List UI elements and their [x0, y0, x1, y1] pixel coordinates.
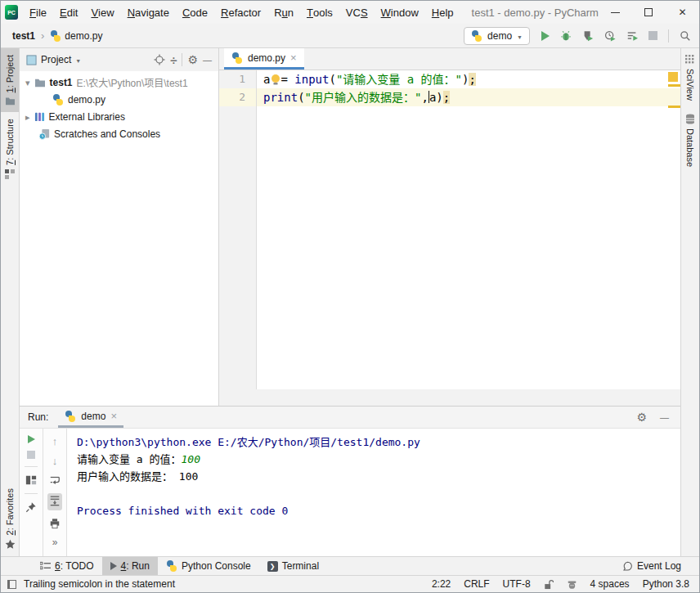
menu-code[interactable]: Code	[176, 1, 214, 24]
breadcrumb-chevron-icon	[35, 29, 50, 42]
close-button[interactable]	[666, 1, 699, 24]
sciview-icon	[685, 55, 695, 65]
warning-stripe-mark[interactable]	[668, 106, 680, 108]
chevron-down-icon	[517, 30, 523, 42]
console-exit-line: Process finished with exit code 0	[77, 502, 680, 519]
project-view-selector[interactable]: Project	[26, 54, 81, 65]
toolbar-separator	[668, 29, 669, 43]
run-settings-button[interactable]	[636, 411, 647, 424]
encoding-widget[interactable]: UTF-8	[503, 578, 531, 590]
menu-vcs[interactable]: VCS	[339, 1, 375, 24]
soft-wrap-button[interactable]	[49, 474, 61, 486]
folder-icon	[34, 78, 46, 88]
editor-bottom-filler	[219, 389, 680, 406]
editor-area: demo.py 1 2 a= input("请输入变量 a 的值："); pri…	[219, 48, 680, 406]
run-panel-title: Run:	[28, 411, 48, 423]
print-button[interactable]	[49, 518, 61, 529]
toolwindow-toggle-icon[interactable]	[7, 580, 16, 589]
menu-view[interactable]: View	[84, 1, 120, 24]
python-file-icon	[50, 30, 61, 42]
toolwindow-todo-button[interactable]: 6: TODO	[32, 557, 102, 575]
hide-run-panel-button[interactable]	[660, 411, 669, 423]
breadcrumb-project[interactable]: test1	[12, 30, 35, 42]
toolwindow-sciview-button[interactable]: SciView	[681, 48, 699, 107]
hide-panel-button[interactable]	[203, 54, 212, 65]
lock-icon[interactable]	[544, 579, 554, 590]
tree-row-external-libraries[interactable]: External Libraries	[20, 108, 218, 125]
pin-tab-button[interactable]	[25, 501, 37, 513]
inspection-indicator-icon[interactable]	[668, 72, 678, 82]
panel-separator	[182, 53, 182, 66]
chevron-expanded-icon[interactable]	[25, 77, 30, 88]
run-tab-demo[interactable]: demo	[58, 407, 123, 428]
prev-occurrence-button[interactable]	[52, 435, 58, 447]
minimize-button[interactable]	[599, 1, 632, 24]
run-toolwindow: Run: demo	[20, 406, 680, 556]
locate-file-button[interactable]	[154, 54, 165, 65]
database-icon	[685, 114, 695, 124]
intention-bulb-icon[interactable]	[271, 74, 280, 85]
menu-run[interactable]: Run	[267, 1, 300, 24]
line-separator-widget[interactable]: CRLF	[464, 578, 489, 590]
close-tab-icon[interactable]	[290, 52, 297, 64]
tree-row-root[interactable]: test1 E:\农大\Python\项目\test1	[20, 74, 218, 91]
profiler-button[interactable]	[604, 30, 616, 42]
debug-button[interactable]	[560, 30, 572, 42]
project-settings-button[interactable]	[187, 53, 198, 66]
code-editor[interactable]: 1 2 a= input("请输入变量 a 的值："); print("用户输入…	[219, 70, 680, 389]
menu-refactor[interactable]: Refactor	[214, 1, 267, 24]
collapse-all-button[interactable]	[170, 53, 177, 67]
toolwindow-python-console-button[interactable]: Python Console	[158, 557, 259, 575]
menu-window[interactable]: Window	[375, 1, 425, 24]
tree-row-scratches[interactable]: Scratches and Consoles	[20, 125, 218, 142]
toolwindow-structure-button[interactable]: 7: Structure	[1, 112, 19, 186]
restore-layout-button[interactable]	[25, 474, 37, 486]
scroll-to-end-button[interactable]	[47, 493, 62, 510]
code-area[interactable]: a= input("请输入变量 a 的值："); print("用户输入的数据是…	[257, 70, 680, 389]
project-view-icon	[26, 55, 37, 65]
maximize-icon	[644, 8, 653, 16]
run-console[interactable]: D:\python3\python.exe E:/农大/Python/项目/te…	[67, 429, 680, 556]
editor-tab-demo[interactable]: demo.py	[224, 48, 304, 70]
tree-file-label: demo.py	[68, 94, 105, 106]
interpreter-widget[interactable]: Python 3.8	[643, 578, 689, 590]
menu-file[interactable]: File	[23, 1, 53, 24]
bottom-toolwindow-bar: 6: TODO 4: Run Python Console ❯ Terminal…	[1, 556, 699, 575]
run-configuration-select[interactable]: demo	[464, 27, 530, 45]
maximize-button[interactable]	[632, 1, 666, 24]
close-tab-icon[interactable]	[110, 410, 117, 422]
inspection-profile-icon[interactable]	[567, 579, 577, 590]
indent-widget[interactable]: 4 spaces	[590, 578, 630, 590]
breadcrumb-file[interactable]: demo.py	[50, 30, 102, 42]
caret-position-widget[interactable]: 2:22	[432, 578, 451, 590]
menu-edit[interactable]: Edit	[53, 1, 84, 24]
toolwindow-project-button[interactable]: 1: Project	[1, 48, 19, 112]
run-panel-header: Run: demo	[20, 407, 680, 429]
rerun-button[interactable]	[28, 435, 35, 443]
menu-tools[interactable]: Tools	[300, 1, 339, 24]
toolwindow-terminal-button[interactable]: ❯ Terminal	[259, 557, 327, 575]
upper-area: Project test1	[20, 48, 680, 406]
stop-button[interactable]	[27, 451, 35, 459]
toolwindow-database-button[interactable]: Database	[681, 107, 699, 173]
token-semicolon-warning: ;	[443, 91, 450, 104]
menu-help[interactable]: Help	[425, 1, 460, 24]
run-inner-toolbar	[43, 429, 67, 556]
run-with-coverage-button[interactable]	[582, 30, 594, 42]
menu-navigate[interactable]: Navigate	[121, 1, 176, 24]
toolwindow-favorites-button[interactable]: 2: Favorites	[1, 482, 19, 556]
toolwindow-run-button[interactable]: 4: Run	[102, 557, 158, 575]
token-string: "请输入变量 a 的值："	[336, 73, 462, 86]
tree-row-demo-file[interactable]: demo.py	[20, 91, 218, 108]
console-output-line: 用户输入的数据是： 100	[77, 468, 680, 485]
run-with-configuration-button[interactable]	[626, 30, 638, 42]
run-button[interactable]	[541, 31, 550, 41]
search-everywhere-button[interactable]	[680, 30, 691, 42]
more-actions-button[interactable]	[52, 537, 58, 548]
project-root-path: E:\农大\Python\项目\test1	[77, 75, 188, 89]
chevron-collapsed-icon[interactable]	[25, 111, 30, 123]
next-occurrence-button[interactable]	[52, 455, 58, 467]
warning-stripe-mark[interactable]	[668, 84, 680, 87]
event-log-button[interactable]: Event Log	[614, 557, 689, 575]
stop-button[interactable]	[648, 31, 657, 40]
